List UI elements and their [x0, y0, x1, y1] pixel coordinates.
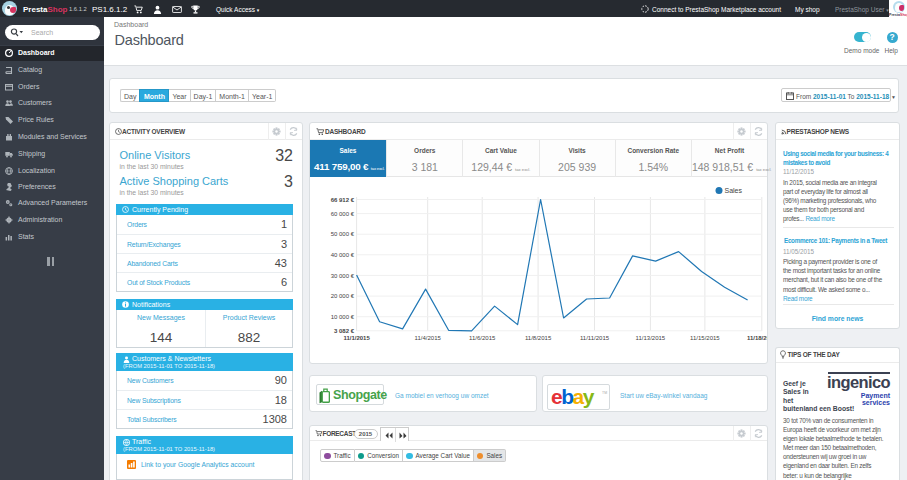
svg-text:11/8/2015: 11/8/2015	[525, 335, 552, 341]
svg-text:3 082 €: 3 082 €	[334, 328, 355, 334]
svg-text:50 000 €: 50 000 €	[331, 231, 355, 237]
svg-text:30 000 €: 30 000 €	[331, 273, 355, 279]
svg-text:11/13/2015: 11/13/2015	[636, 335, 666, 341]
svg-text:11/11/2015: 11/11/2015	[580, 335, 610, 341]
svg-text:11/15/2015: 11/15/2015	[690, 335, 720, 341]
svg-text:11/18/2015: 11/18/2015	[747, 335, 767, 341]
svg-text:Sales: Sales	[725, 187, 743, 194]
svg-text:66 912 €: 66 912 €	[331, 197, 355, 203]
svg-text:11/1/2015: 11/1/2015	[343, 335, 370, 341]
svg-text:20 000 €: 20 000 €	[331, 293, 355, 299]
svg-text:60 000 €: 60 000 €	[331, 211, 355, 217]
svg-text:11/6/2015: 11/6/2015	[469, 335, 496, 341]
svg-text:11/4/2015: 11/4/2015	[415, 335, 442, 341]
svg-text:40 000 €: 40 000 €	[331, 252, 355, 258]
svg-text:10 000 €: 10 000 €	[331, 314, 355, 320]
